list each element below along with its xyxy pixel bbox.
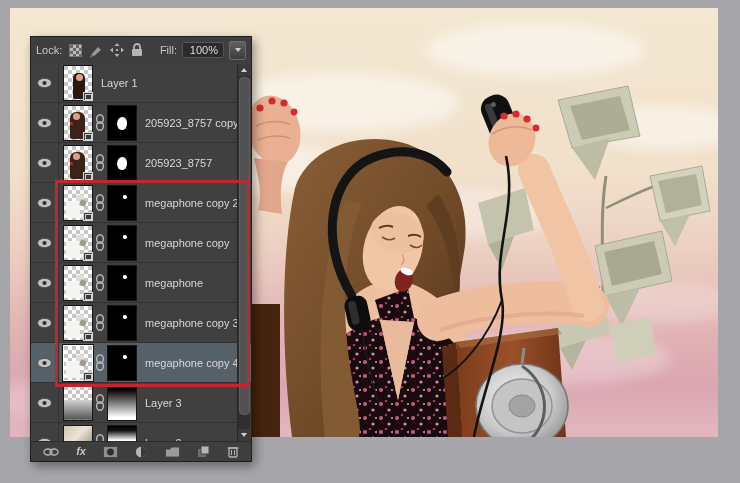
layer-mask-thumbnail[interactable]: [107, 105, 137, 141]
layer-thumbnail[interactable]: [63, 185, 93, 221]
layer-thumbnail[interactable]: [63, 265, 93, 301]
layer-thumbnail[interactable]: [63, 385, 93, 421]
lock-icons: [69, 43, 143, 57]
scrollbar-thumb[interactable]: [239, 77, 250, 415]
layer-mask-thumbnail[interactable]: [107, 345, 137, 381]
layer-row[interactable]: megaphone: [31, 263, 251, 303]
layer-name[interactable]: megaphone: [145, 277, 203, 289]
smart-object-badge-icon: [83, 292, 93, 301]
layer-style-fx-icon[interactable]: fx: [76, 446, 86, 457]
visibility-toggle[interactable]: [31, 143, 59, 182]
layer-name[interactable]: megaphone copy 3: [145, 317, 239, 329]
eye-icon: [37, 118, 52, 128]
new-group-icon[interactable]: [165, 446, 180, 458]
layers-panel: Lock: Fill: 100%: [30, 36, 252, 462]
link-icon: [95, 114, 105, 131]
visibility-toggle[interactable]: [31, 183, 59, 222]
scroll-down-button[interactable]: [238, 429, 250, 441]
link-icon: [95, 154, 105, 171]
smart-object-badge-icon: [83, 132, 93, 141]
smart-object-badge-icon: [83, 252, 93, 261]
layer-row[interactable]: Layer 1: [31, 63, 251, 103]
fill-label: Fill:: [160, 44, 177, 56]
layers-panel-header: Lock: Fill: 100%: [31, 37, 251, 64]
eye-icon: [37, 358, 52, 368]
layer-mask-thumbnail[interactable]: [107, 185, 137, 221]
lock-transparency-icon[interactable]: [69, 44, 82, 57]
layer-row[interactable]: Layer 3: [31, 383, 251, 423]
layer-name[interactable]: 205923_8757: [145, 157, 212, 169]
layer-thumbnail[interactable]: [63, 145, 93, 181]
layer-thumbnail[interactable]: [63, 345, 93, 381]
layer-mask-thumbnail[interactable]: [107, 145, 137, 181]
layer-thumbnail[interactable]: [63, 305, 93, 341]
layer-mask-thumbnail[interactable]: [107, 385, 137, 421]
link-icon: [95, 234, 105, 251]
scroll-up-button[interactable]: [238, 64, 250, 76]
lock-label: Lock:: [36, 44, 62, 56]
link-layers-icon[interactable]: [43, 448, 59, 456]
layer-mask-thumbnail[interactable]: [107, 305, 137, 341]
visibility-toggle[interactable]: [31, 63, 59, 102]
eye-icon: [37, 238, 52, 248]
link-icon: [95, 314, 105, 331]
layer-row-selected[interactable]: megaphone copy 4: [31, 343, 251, 383]
smart-object-badge-icon: [83, 332, 93, 341]
new-layer-icon[interactable]: [197, 445, 210, 458]
smart-object-badge-icon: [83, 172, 93, 181]
smart-object-badge-icon: [83, 372, 93, 381]
layer-name[interactable]: megaphone copy 4: [145, 357, 239, 369]
eye-icon: [37, 318, 52, 328]
visibility-toggle[interactable]: [31, 423, 59, 442]
eye-icon: [37, 278, 52, 288]
smart-object-badge-icon: [83, 92, 93, 101]
photoshop-workspace: Lock: Fill: 100%: [0, 0, 740, 483]
layer-name[interactable]: megaphone copy: [145, 237, 229, 249]
layer-row[interactable]: megaphone copy 3: [31, 303, 251, 343]
layer-row[interactable]: megaphone copy 2: [31, 183, 251, 223]
layer-mask-thumbnail[interactable]: [107, 265, 137, 301]
add-layer-mask-icon[interactable]: [103, 446, 118, 458]
link-icon: [95, 274, 105, 291]
fill-value[interactable]: 100%: [182, 42, 224, 58]
layers-panel-footer: fx: [31, 441, 251, 461]
smart-object-badge-icon: [83, 212, 93, 221]
layer-mask-thumbnail[interactable]: [107, 425, 137, 443]
layer-thumbnail[interactable]: [63, 425, 93, 443]
visibility-toggle[interactable]: [31, 383, 59, 422]
visibility-toggle[interactable]: [31, 103, 59, 142]
layer-thumbnail[interactable]: [63, 105, 93, 141]
visibility-toggle[interactable]: [31, 303, 59, 342]
layer-name[interactable]: Layer 1: [101, 77, 138, 89]
visibility-toggle[interactable]: [31, 263, 59, 302]
layer-row[interactable]: 205923_8757 copy: [31, 103, 251, 143]
delete-layer-icon[interactable]: [227, 445, 239, 458]
adjustment-layer-icon[interactable]: [135, 446, 147, 458]
link-icon: [95, 354, 105, 371]
visibility-toggle[interactable]: [31, 343, 59, 382]
eye-icon: [37, 398, 52, 408]
layer-list: Layer 1 205923_8757 copy: [31, 63, 251, 442]
layer-thumbnail[interactable]: [63, 225, 93, 261]
layer-name[interactable]: megaphone copy 2: [145, 197, 239, 209]
eye-icon: [37, 158, 52, 168]
eye-icon: [37, 198, 52, 208]
layer-row[interactable]: megaphone copy: [31, 223, 251, 263]
layer-thumbnail[interactable]: [63, 65, 93, 101]
chevron-up-icon: [241, 68, 247, 72]
chevron-down-icon: [235, 48, 241, 52]
fill-dropdown-button[interactable]: [229, 41, 246, 60]
layer-row[interactable]: Layer 2: [31, 423, 251, 442]
lock-paint-icon[interactable]: [89, 44, 103, 57]
layer-name[interactable]: 205923_8757 copy: [145, 117, 239, 129]
link-icon: [95, 394, 105, 411]
link-icon: [95, 194, 105, 211]
lock-all-icon[interactable]: [131, 43, 143, 57]
lock-position-icon[interactable]: [110, 43, 124, 57]
layer-row[interactable]: 205923_8757: [31, 143, 251, 183]
chevron-down-icon: [241, 433, 247, 437]
layer-name[interactable]: Layer 3: [145, 397, 182, 409]
layer-mask-thumbnail[interactable]: [107, 225, 137, 261]
visibility-toggle[interactable]: [31, 223, 59, 262]
layers-scrollbar[interactable]: [237, 64, 250, 441]
